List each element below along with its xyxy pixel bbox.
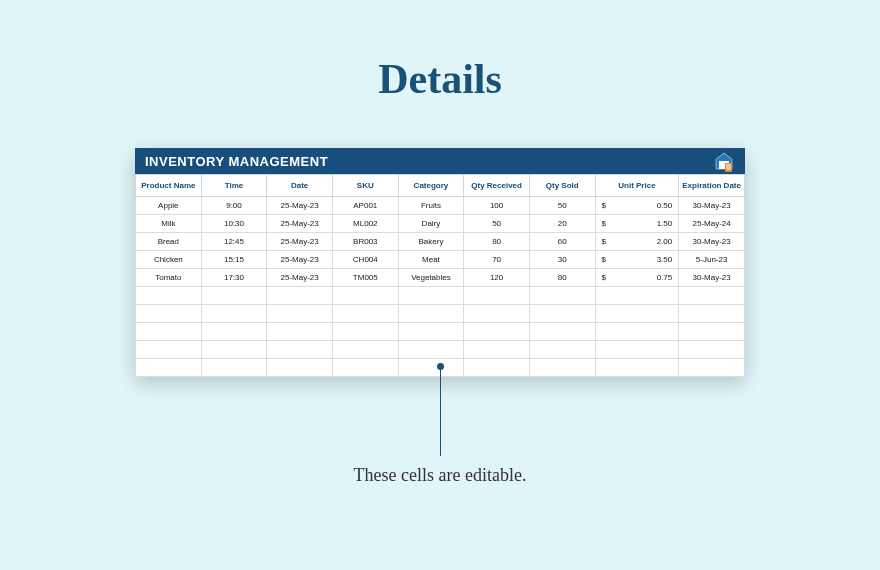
cell-expiration[interactable]: 30-May-23 <box>679 269 745 287</box>
cell-price-currency[interactable]: $ <box>595 197 613 215</box>
cell-empty[interactable] <box>267 305 333 323</box>
cell-category[interactable]: Bakery <box>398 233 464 251</box>
cell-empty[interactable] <box>332 287 398 305</box>
cell-empty[interactable] <box>595 359 613 377</box>
cell-expiration[interactable]: 25-May-24 <box>679 215 745 233</box>
cell-price-currency[interactable]: $ <box>595 251 613 269</box>
cell-empty[interactable] <box>595 305 613 323</box>
cell-empty[interactable] <box>679 323 745 341</box>
cell-empty[interactable] <box>679 287 745 305</box>
cell-empty[interactable] <box>613 323 679 341</box>
cell-time[interactable]: 12:45 <box>201 233 267 251</box>
cell-date[interactable]: 25-May-23 <box>267 215 333 233</box>
cell-empty[interactable] <box>332 305 398 323</box>
cell-empty[interactable] <box>679 359 745 377</box>
cell-date[interactable]: 25-May-23 <box>267 269 333 287</box>
cell-sold[interactable]: 20 <box>529 215 595 233</box>
cell-empty[interactable] <box>529 305 595 323</box>
cell-empty[interactable] <box>529 359 595 377</box>
cell-category[interactable]: Fruits <box>398 197 464 215</box>
cell-received[interactable]: 70 <box>464 251 530 269</box>
cell-sold[interactable]: 60 <box>529 233 595 251</box>
cell-received[interactable]: 80 <box>464 233 530 251</box>
cell-empty[interactable] <box>267 341 333 359</box>
cell-empty[interactable] <box>201 341 267 359</box>
cell-price-value[interactable]: 1.50 <box>613 215 679 233</box>
cell-sku[interactable]: TM005 <box>332 269 398 287</box>
cell-price-currency[interactable]: $ <box>595 269 613 287</box>
cell-price-value[interactable]: 0.75 <box>613 269 679 287</box>
cell-empty[interactable] <box>332 359 398 377</box>
cell-empty[interactable] <box>613 305 679 323</box>
cell-empty[interactable] <box>529 287 595 305</box>
cell-price-value[interactable]: 0.50 <box>613 197 679 215</box>
cell-empty[interactable] <box>613 287 679 305</box>
cell-empty[interactable] <box>201 287 267 305</box>
cell-time[interactable]: 10:30 <box>201 215 267 233</box>
cell-empty[interactable] <box>595 287 613 305</box>
cell-empty[interactable] <box>613 341 679 359</box>
cell-sku[interactable]: CH004 <box>332 251 398 269</box>
cell-empty[interactable] <box>613 359 679 377</box>
cell-empty[interactable] <box>529 323 595 341</box>
cell-empty[interactable] <box>529 341 595 359</box>
cell-empty[interactable] <box>464 323 530 341</box>
cell-time[interactable]: 15:15 <box>201 251 267 269</box>
cell-expiration[interactable]: 5-Jun-23 <box>679 251 745 269</box>
cell-empty[interactable] <box>201 305 267 323</box>
cell-sku[interactable]: BR003 <box>332 233 398 251</box>
cell-price-currency[interactable]: $ <box>595 215 613 233</box>
cell-product[interactable]: Chicken <box>136 251 202 269</box>
cell-product[interactable]: Bread <box>136 233 202 251</box>
cell-date[interactable]: 25-May-23 <box>267 197 333 215</box>
cell-empty[interactable] <box>679 341 745 359</box>
cell-empty[interactable] <box>267 359 333 377</box>
cell-product[interactable]: Apple <box>136 197 202 215</box>
cell-received[interactable]: 120 <box>464 269 530 287</box>
cell-empty[interactable] <box>332 341 398 359</box>
cell-empty[interactable] <box>398 341 464 359</box>
cell-empty[interactable] <box>136 323 202 341</box>
cell-empty[interactable] <box>464 341 530 359</box>
cell-empty[interactable] <box>136 341 202 359</box>
cell-product[interactable]: Tomato <box>136 269 202 287</box>
cell-category[interactable]: Dairy <box>398 215 464 233</box>
cell-empty[interactable] <box>398 305 464 323</box>
cell-empty[interactable] <box>136 287 202 305</box>
cell-empty[interactable] <box>398 359 464 377</box>
cell-empty[interactable] <box>136 359 202 377</box>
cell-time[interactable]: 9:00 <box>201 197 267 215</box>
cell-date[interactable]: 25-May-23 <box>267 251 333 269</box>
cell-expiration[interactable]: 30-May-23 <box>679 233 745 251</box>
cell-product[interactable]: Milk <box>136 215 202 233</box>
cell-empty[interactable] <box>136 305 202 323</box>
cell-expiration[interactable]: 30-May-23 <box>679 197 745 215</box>
cell-received[interactable]: 50 <box>464 215 530 233</box>
cell-empty[interactable] <box>267 287 333 305</box>
cell-price-value[interactable]: 3.50 <box>613 251 679 269</box>
cell-sku[interactable]: ML002 <box>332 215 398 233</box>
cell-empty[interactable] <box>464 287 530 305</box>
cell-sold[interactable]: 30 <box>529 251 595 269</box>
cell-price-value[interactable]: 2.00 <box>613 233 679 251</box>
cell-empty[interactable] <box>267 323 333 341</box>
cell-empty[interactable] <box>201 359 267 377</box>
cell-empty[interactable] <box>201 323 267 341</box>
cell-empty[interactable] <box>464 359 530 377</box>
cell-date[interactable]: 25-May-23 <box>267 233 333 251</box>
cell-empty[interactable] <box>332 323 398 341</box>
cell-sold[interactable]: 50 <box>529 197 595 215</box>
cell-sold[interactable]: 80 <box>529 269 595 287</box>
cell-received[interactable]: 100 <box>464 197 530 215</box>
cell-empty[interactable] <box>595 323 613 341</box>
cell-time[interactable]: 17:30 <box>201 269 267 287</box>
cell-empty[interactable] <box>398 287 464 305</box>
cell-empty[interactable] <box>398 323 464 341</box>
cell-empty[interactable] <box>464 305 530 323</box>
cell-category[interactable]: Vegetables <box>398 269 464 287</box>
cell-empty[interactable] <box>595 341 613 359</box>
cell-empty[interactable] <box>679 305 745 323</box>
cell-price-currency[interactable]: $ <box>595 233 613 251</box>
cell-category[interactable]: Meat <box>398 251 464 269</box>
cell-sku[interactable]: AP001 <box>332 197 398 215</box>
